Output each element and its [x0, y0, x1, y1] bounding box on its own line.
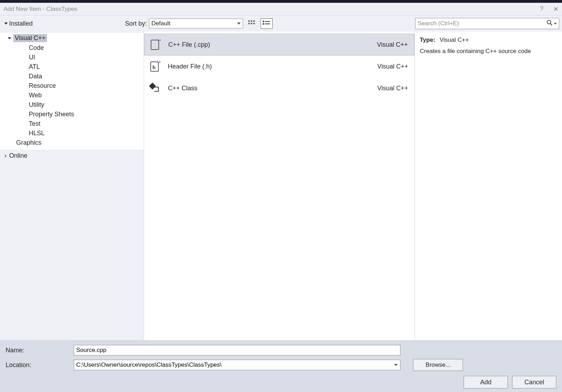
footer: Name: Location: Browse... Add Cancel	[0, 340, 562, 392]
sidebar-item-label: Online	[9, 152, 27, 159]
svg-rect-4	[251, 23, 252, 24]
svg-rect-17	[149, 83, 156, 90]
chevron-down-icon	[237, 22, 241, 25]
header-file-icon: h++	[149, 60, 162, 73]
browse-button[interactable]: Browse...	[413, 359, 463, 371]
svg-text:h: h	[152, 65, 156, 70]
search-icon[interactable]	[547, 20, 553, 27]
list-icon	[263, 20, 270, 27]
sidebar-item-label: Web	[29, 92, 42, 99]
sidebar-item-utility[interactable]: Utility	[0, 100, 144, 110]
search-dropdown-icon[interactable]	[554, 23, 557, 25]
sidebar-item-graphics[interactable]: Graphics	[0, 138, 144, 148]
sidebar: Visual C++ Code UI ATL Data Resource Web…	[0, 32, 144, 340]
template-category-label: Visual C++	[377, 41, 408, 48]
sidebar-item-web[interactable]: Web	[0, 91, 144, 100]
search-box[interactable]	[415, 18, 559, 29]
template-name-label: C++ Class	[168, 85, 197, 92]
cancel-button[interactable]: Cancel	[512, 376, 556, 388]
description-panel: Type: Visual C++ Creates a file containi…	[414, 32, 562, 340]
close-button[interactable]: ✕	[553, 5, 558, 13]
svg-rect-7	[265, 21, 270, 22]
template-category-label: Visual C++	[377, 85, 408, 92]
svg-text:++: ++	[156, 60, 161, 64]
main-area: Visual C++ Code UI ATL Data Resource Web…	[0, 32, 562, 340]
sidebar-item-ui[interactable]: UI	[0, 53, 144, 62]
svg-line-11	[550, 24, 552, 25]
chevron-down-icon	[4, 22, 8, 25]
installed-label: Installed	[9, 20, 33, 27]
sidebar-item-resource[interactable]: Resource	[0, 81, 144, 91]
sort-by-label: Sort by:	[125, 20, 147, 27]
sidebar-item-label: ATL	[29, 63, 40, 71]
sidebar-item-label: Test	[29, 120, 40, 128]
chevron-right-icon	[5, 154, 7, 158]
type-label: Type:	[420, 37, 435, 43]
sidebar-item-label: Code	[29, 44, 44, 52]
chevron-down-icon	[8, 37, 11, 39]
cpp-class-icon	[149, 82, 162, 94]
sort-by-value: Default	[151, 20, 170, 27]
sidebar-item-online[interactable]: Online	[0, 151, 144, 161]
svg-rect-1	[251, 20, 252, 22]
window-title: Add New Item - ClassTypes	[4, 6, 77, 13]
sidebar-item-property-sheets[interactable]: Property Sheets	[0, 110, 144, 119]
template-item-cpp-class[interactable]: C++ Class Visual C++	[144, 77, 414, 99]
svg-rect-9	[265, 24, 270, 24]
sidebar-item-data[interactable]: Data	[0, 72, 144, 81]
description-text: Creates a file containing C++ source cod…	[420, 48, 557, 55]
view-list-button[interactable]	[261, 18, 273, 29]
sidebar-item-label: Property Sheets	[29, 111, 74, 118]
svg-rect-5	[253, 23, 255, 24]
sidebar-item-label: Graphics	[16, 139, 41, 146]
svg-rect-0	[248, 20, 250, 22]
svg-rect-6	[263, 21, 264, 22]
window-top-border	[0, 0, 562, 3]
search-input[interactable]	[418, 20, 547, 27]
name-label: Name:	[6, 347, 69, 354]
chevron-down-icon[interactable]	[394, 364, 398, 366]
sort-by-select[interactable]: Default	[149, 19, 243, 28]
svg-text:++: ++	[157, 39, 161, 42]
tiles-icon	[248, 20, 255, 27]
help-button[interactable]: ?	[540, 5, 543, 13]
sidebar-item-hlsl[interactable]: HLSL	[0, 129, 144, 138]
type-value: Visual C++	[440, 37, 469, 43]
location-input[interactable]	[74, 360, 400, 370]
titlebar: Add New Item - ClassTypes ? ✕	[0, 3, 562, 15]
sidebar-item-visual-cpp[interactable]: Visual C++	[0, 33, 144, 43]
svg-rect-2	[253, 20, 255, 22]
template-list: ++ C++ File (.cpp) Visual C++ h++ Header…	[144, 32, 414, 340]
sidebar-item-label: HLSL	[29, 130, 45, 137]
sidebar-item-atl[interactable]: ATL	[0, 62, 144, 72]
add-button[interactable]: Add	[464, 376, 508, 388]
location-label: Location:	[6, 361, 69, 369]
svg-rect-8	[263, 23, 264, 25]
sidebar-item-label: Utility	[29, 101, 44, 109]
svg-rect-3	[248, 23, 250, 24]
template-name-label: Header File (.h)	[168, 63, 212, 70]
cpp-file-icon: ++	[149, 38, 162, 51]
installed-header[interactable]: Installed	[3, 20, 122, 27]
sidebar-item-code[interactable]: Code	[0, 43, 144, 53]
sidebar-item-label: Data	[29, 73, 42, 80]
svg-point-10	[547, 20, 551, 24]
template-item-header-file[interactable]: h++ Header File (.h) Visual C++	[144, 55, 414, 77]
sidebar-item-label: Resource	[29, 82, 56, 90]
sidebar-item-label: UI	[29, 54, 35, 61]
template-name-label: C++ File (.cpp)	[168, 41, 210, 48]
sidebar-item-test[interactable]: Test	[0, 119, 144, 129]
template-item-cpp-file[interactable]: ++ C++ File (.cpp) Visual C++	[144, 34, 414, 55]
toolbar: Installed Sort by: Default	[0, 15, 562, 32]
view-tiles-button[interactable]	[246, 18, 258, 29]
template-category-label: Visual C++	[377, 63, 408, 70]
sidebar-item-label: Visual C++	[13, 34, 47, 42]
name-input[interactable]	[74, 345, 400, 355]
